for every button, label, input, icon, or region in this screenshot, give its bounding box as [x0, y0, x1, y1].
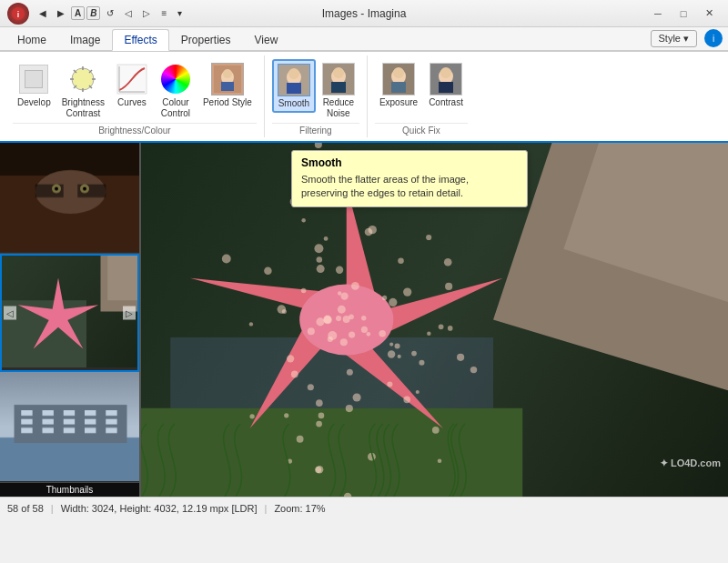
exposure-btn[interactable]: Exposure: [375, 59, 422, 111]
smooth-label: Smooth: [278, 98, 309, 108]
thumbnail-list: ◁ ▷: [0, 143, 139, 483]
image-view[interactable]: Smooth Smooth the flatter areas of the i…: [141, 143, 728, 497]
ribbon-group-filtering: Smooth ReduceNoise Filtering: [265, 55, 368, 137]
tooltip-title: Smooth: [301, 156, 518, 169]
window-controls: ─ □ ✕: [646, 5, 721, 23]
close-btn[interactable]: ✕: [697, 5, 721, 23]
brightness-contrast-btn[interactable]: BrightnessContrast: [57, 59, 109, 123]
thumbnail-item-1[interactable]: [0, 143, 139, 254]
refresh-btn[interactable]: ↺: [102, 5, 118, 21]
contrast-icon: [430, 63, 462, 96]
curves-icon: [116, 63, 148, 96]
info-btn[interactable]: i: [704, 29, 723, 47]
thumb-prev-btn[interactable]: ◁: [4, 307, 16, 320]
tab-image[interactable]: Image: [58, 29, 112, 50]
svg-rect-25: [331, 82, 346, 93]
status-sep-2: |: [265, 503, 268, 514]
contrast-label: Contrast: [429, 97, 463, 107]
style-dropdown-btn[interactable]: Style ▾: [651, 30, 697, 47]
period-style-icon: [211, 63, 244, 96]
ribbon-group-items-brightness: Develop Bright: [13, 55, 257, 123]
text-b-btn[interactable]: B: [86, 6, 100, 20]
status-dimensions: Width: 3024, Height: 4032, 12.19 mpx [LD…: [61, 503, 258, 514]
brightness-label: BrightnessContrast: [62, 97, 105, 119]
svg-rect-21: [287, 83, 301, 94]
watermark: ✦ LO4D.com: [660, 457, 721, 469]
title-bar: i ◀ ▶ A B ↺ ◁ ▷ ≡ ▾ Images - Imagina ─ □…: [0, 0, 728, 27]
tab-home[interactable]: Home: [5, 29, 58, 50]
reduce-noise-icon: [322, 63, 355, 96]
thumbnail-panel: ◁ ▷ Thumbnails: [0, 143, 141, 497]
tab-properties[interactable]: Properties: [169, 29, 243, 50]
filtering-group-label: Filtering: [272, 123, 359, 137]
ribbon-group-quick-fix: Exposure Contrast Quick Fix: [368, 55, 475, 137]
undo-btn[interactable]: ◁: [120, 5, 136, 21]
thumbnail-canvas-1: [0, 143, 139, 252]
menu-btn[interactable]: ≡: [157, 5, 171, 21]
colour-control-btn[interactable]: ColourControl: [155, 59, 197, 123]
tab-view[interactable]: View: [243, 29, 290, 50]
minimize-btn[interactable]: ─: [646, 5, 670, 23]
thumb-next-btn[interactable]: ▷: [123, 307, 136, 320]
smooth-btn[interactable]: Smooth: [272, 59, 316, 113]
nav-forward-btn[interactable]: ▶: [53, 5, 69, 21]
period-style-btn[interactable]: Period Style: [198, 59, 257, 112]
ribbon-content: Develop Bright: [0, 51, 728, 143]
svg-rect-17: [221, 82, 234, 91]
quick-access-toolbar[interactable]: ◀ ▶ A B ↺ ◁ ▷ ≡ ▾: [35, 5, 187, 21]
svg-rect-29: [391, 82, 406, 93]
develop-icon: [17, 63, 50, 96]
chevron-down-icon: ▾: [683, 33, 689, 45]
ribbon-group-items-quickfix: Exposure Contrast: [375, 55, 468, 123]
reduce-noise-btn[interactable]: ReduceNoise: [318, 59, 359, 123]
thumbnail-item-3[interactable]: [0, 372, 139, 483]
tab-effects[interactable]: Effects: [112, 29, 168, 51]
status-count: 58 of 58: [7, 503, 44, 514]
app-logo: i: [7, 3, 29, 25]
main-area: ◁ ▷ Thumbnails Smooth Smooth the flatter…: [0, 143, 728, 497]
thumbnail-canvas-3: [0, 372, 139, 481]
ribbon-group-items-filtering: Smooth ReduceNoise: [272, 55, 359, 123]
thumbnail-label: Thumbnails: [0, 483, 139, 497]
status-sep-1: |: [51, 503, 54, 514]
maximize-btn[interactable]: □: [672, 5, 695, 23]
brightness-colour-group-label: Brightness/Colour: [13, 123, 257, 137]
colour-control-icon: [159, 63, 192, 96]
svg-point-20: [288, 68, 299, 79]
svg-point-16: [223, 69, 232, 78]
text-a-btn[interactable]: A: [71, 6, 85, 20]
curves-label: Curves: [117, 97, 147, 107]
svg-point-24: [333, 67, 344, 78]
svg-point-32: [440, 67, 451, 78]
ribbon-group-brightness-colour: Develop Bright: [5, 55, 265, 137]
tooltip-text: Smooth the flatter areas of the image, p…: [301, 173, 518, 201]
svg-rect-33: [439, 82, 453, 93]
ribbon-tabs: Home Image Effects Properties View: [5, 29, 651, 50]
exposure-icon: [382, 63, 415, 96]
window-title: Images - Imagina: [322, 7, 407, 20]
smooth-tooltip: Smooth Smooth the flatter areas of the i…: [291, 150, 528, 207]
exposure-label: Exposure: [379, 97, 418, 107]
develop-btn[interactable]: Develop: [13, 59, 56, 111]
nav-back-btn[interactable]: ◀: [35, 5, 51, 21]
contrast-btn[interactable]: Contrast: [424, 59, 468, 111]
dropdown-btn[interactable]: ▾: [173, 5, 187, 21]
period-style-label: Period Style: [203, 97, 252, 108]
brightness-icon: [66, 63, 99, 96]
reduce-noise-label: ReduceNoise: [323, 97, 354, 119]
curves-btn[interactable]: Curves: [111, 59, 153, 111]
smooth-icon: [278, 64, 310, 96]
status-zoom: Zoom: 17%: [274, 503, 325, 514]
status-bar: 58 of 58 | Width: 3024, Height: 4032, 12…: [0, 497, 728, 518]
colour-control-label: ColourControl: [161, 97, 190, 119]
thumbnail-canvas-2: [2, 256, 139, 367]
svg-point-28: [393, 67, 404, 78]
svg-text:i: i: [17, 10, 20, 19]
thumbnail-item-2[interactable]: ◁ ▷: [0, 254, 139, 371]
develop-label: Develop: [17, 97, 51, 107]
quick-fix-group-label: Quick Fix: [375, 123, 468, 137]
redo-btn[interactable]: ▷: [138, 5, 155, 21]
